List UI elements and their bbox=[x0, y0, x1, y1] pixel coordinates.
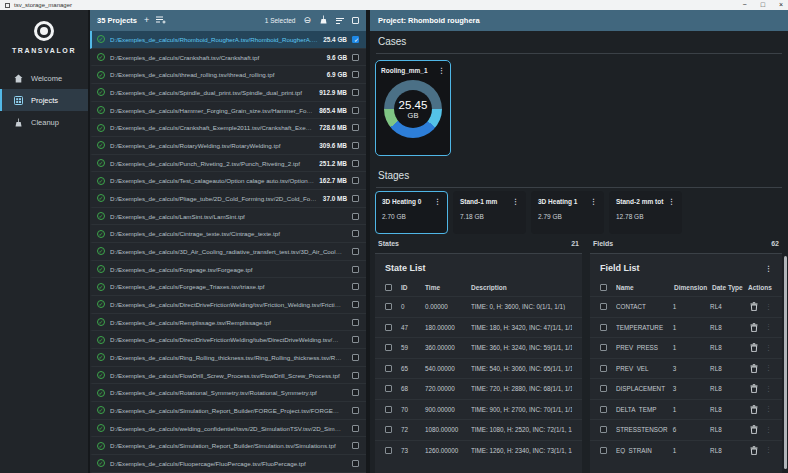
field-row[interactable]: EQ_STRAIN 1 RL8 ⋮ bbox=[590, 440, 782, 461]
project-row[interactable]: ✓ D:/Exemples_de_calculs/thread_rolling.… bbox=[90, 66, 366, 84]
project-row[interactable]: ✓ D:/Exemples_de_calculs/DirectDriveFric… bbox=[90, 296, 366, 314]
field-select-all-checkbox[interactable] bbox=[600, 284, 607, 291]
row-kebab-icon[interactable]: ⋮ bbox=[765, 426, 772, 434]
project-checkbox[interactable] bbox=[352, 177, 359, 184]
project-row[interactable]: ✓ D:/Exemples_de_calculs/Test_calageauto… bbox=[90, 172, 366, 190]
sort-icon[interactable] bbox=[336, 18, 344, 24]
project-row[interactable]: ✓ D:/Exemples_de_calculs/RotaryWelding.t… bbox=[90, 137, 366, 155]
project-row[interactable]: ✓ D:/Exemples_de_calculs/Crankshaft_Exem… bbox=[90, 119, 366, 137]
field-checkbox[interactable] bbox=[600, 406, 607, 413]
project-row[interactable]: ✓ D:/Exemples_de_calculs/FlowDrill_Screw… bbox=[90, 367, 366, 385]
state-checkbox[interactable] bbox=[385, 344, 392, 351]
project-checkbox[interactable] bbox=[352, 372, 359, 379]
project-row[interactable]: ✓ D:/Exemples_de_calculs/Pliage_tube/2D_… bbox=[90, 190, 366, 208]
project-checkbox[interactable] bbox=[352, 195, 359, 202]
playlist-add-icon[interactable] bbox=[156, 16, 166, 26]
close-button[interactable]: × bbox=[779, 0, 783, 10]
field-checkbox[interactable] bbox=[600, 426, 607, 433]
sidebar-item-welcome[interactable]: Welcome bbox=[0, 67, 88, 89]
state-checkbox[interactable] bbox=[385, 447, 392, 454]
kebab-menu-icon[interactable]: ⋮ bbox=[668, 198, 675, 205]
project-checkbox[interactable] bbox=[352, 107, 359, 114]
cleanup-broom-icon[interactable] bbox=[319, 15, 328, 26]
field-row[interactable]: CONTACT 1 RL4 ⋮ bbox=[590, 296, 782, 317]
project-checkbox[interactable] bbox=[352, 442, 359, 449]
state-checkbox[interactable] bbox=[385, 324, 392, 331]
project-checkbox[interactable] bbox=[352, 230, 359, 237]
project-checkbox[interactable] bbox=[352, 389, 359, 396]
state-select-all-checkbox[interactable] bbox=[385, 284, 392, 291]
project-row[interactable]: ✓ D:/Exemples_de_calculs/Fluopercage/Flu… bbox=[90, 455, 366, 473]
add-project-button[interactable]: + bbox=[144, 16, 149, 25]
field-row[interactable]: STRESSTENSOR 6 RL8 ⋮ bbox=[590, 419, 782, 440]
kebab-menu-icon[interactable]: ⋮ bbox=[512, 198, 519, 205]
sidebar-item-cleanup[interactable]: Cleanup bbox=[0, 111, 88, 133]
project-checkbox[interactable] bbox=[352, 266, 359, 273]
field-row[interactable]: DISPLACEMENT 3 RL8 ⋮ bbox=[590, 378, 782, 399]
project-row[interactable]: ✓ D:/Exemples_de_calculs/Cintrage_texte.… bbox=[90, 225, 366, 243]
delete-field-button[interactable] bbox=[745, 425, 763, 434]
state-checkbox[interactable] bbox=[385, 406, 392, 413]
row-kebab-icon[interactable]: ⋮ bbox=[765, 323, 772, 331]
project-row[interactable]: ✓ D:/Exemples_de_calculs/Remplissage.tsv… bbox=[90, 314, 366, 332]
project-row[interactable]: ✓ D:/Exemples_de_calculs/Crankshaft.tsv/… bbox=[90, 49, 366, 67]
field-row[interactable]: PREV_PRESS 1 RL8 ⋮ bbox=[590, 337, 782, 358]
delete-field-button[interactable] bbox=[745, 364, 763, 373]
kebab-menu-icon[interactable]: ⋮ bbox=[438, 67, 445, 74]
row-kebab-icon[interactable]: ⋮ bbox=[765, 385, 772, 393]
field-row[interactable]: DELTA_TEMP 1 RL8 ⋮ bbox=[590, 399, 782, 420]
field-checkbox[interactable] bbox=[600, 447, 607, 454]
project-row[interactable]: ✓ D:/Exemples_de_calculs/3D_Air_Cooling_… bbox=[90, 243, 366, 261]
state-checkbox[interactable] bbox=[385, 426, 392, 433]
state-row[interactable]: 47 180.00000 TIME: 180, H: 3420, INC: 47… bbox=[375, 317, 582, 338]
project-row[interactable]: ✓ D:/Exemples_de_calculs/LamSint.tsv/Lam… bbox=[90, 208, 366, 226]
stage-card[interactable]: Stand-1 mm ⋮ 7.18 GB bbox=[453, 191, 526, 234]
row-kebab-icon[interactable]: ⋮ bbox=[765, 303, 772, 311]
delete-field-button[interactable] bbox=[745, 302, 763, 311]
field-row[interactable]: TEMPERATURE 1 RL8 ⋮ bbox=[590, 317, 782, 338]
project-row[interactable]: ✓ D:/Exemples_de_calculs/Forgeage.tsv/Fo… bbox=[90, 261, 366, 279]
project-checkbox[interactable] bbox=[352, 460, 359, 467]
project-checkbox[interactable] bbox=[352, 213, 359, 220]
state-row[interactable]: 0 0.00000 TIME: 0, H: 3600, INC: 0(1/1, … bbox=[375, 296, 582, 317]
project-row[interactable]: ✓ D:/Exemples_de_calculs/Punch_Riveting_… bbox=[90, 155, 366, 173]
stage-card[interactable]: 3D Heating 1 ⋮ 2.79 GB bbox=[531, 191, 604, 234]
deselect-icon[interactable]: ⊖ bbox=[303, 16, 311, 25]
project-row[interactable]: ✓ D:/Exemples_de_calculs/Spindle_dual_pr… bbox=[90, 84, 366, 102]
field-checkbox[interactable] bbox=[600, 385, 607, 392]
minimize-button[interactable]: − bbox=[743, 0, 747, 10]
project-checkbox[interactable] bbox=[352, 71, 359, 78]
project-checkbox[interactable] bbox=[352, 319, 359, 326]
project-checkbox[interactable] bbox=[352, 124, 359, 131]
delete-field-button[interactable] bbox=[745, 405, 763, 414]
project-checkbox[interactable] bbox=[352, 160, 359, 167]
project-checkbox[interactable] bbox=[352, 407, 359, 414]
project-checkbox[interactable] bbox=[352, 142, 359, 149]
project-checkbox[interactable] bbox=[352, 283, 359, 290]
sidebar-item-projects[interactable]: Projects bbox=[0, 89, 88, 111]
state-checkbox[interactable] bbox=[385, 303, 392, 310]
row-kebab-icon[interactable]: ⋮ bbox=[765, 364, 772, 372]
case-card[interactable]: Rooling_mm_1 ⋮ 25.45 GB bbox=[375, 60, 451, 156]
project-row[interactable]: ✓ D:/Exemples_de_calculs/Ring_Rolling_th… bbox=[90, 349, 366, 367]
state-checkbox[interactable] bbox=[385, 385, 392, 392]
field-checkbox[interactable] bbox=[600, 344, 607, 351]
project-checkbox[interactable] bbox=[352, 301, 359, 308]
project-row[interactable]: ✓ D:/Exemples_de_calculs/welding_confide… bbox=[90, 420, 366, 438]
row-kebab-icon[interactable]: ⋮ bbox=[765, 405, 772, 413]
project-row[interactable]: ✓ D:/Exemples_de_calculs/DirectDriveFric… bbox=[90, 331, 366, 349]
project-checkbox[interactable] bbox=[352, 36, 359, 43]
stage-card[interactable]: Stand-2 mm tot ⋮ 12.78 GB bbox=[609, 191, 682, 234]
field-checkbox[interactable] bbox=[600, 365, 607, 372]
delete-field-button[interactable] bbox=[745, 384, 763, 393]
stage-card[interactable]: 3D Heating 0 ⋮ 2.70 GB bbox=[375, 191, 448, 234]
delete-field-button[interactable] bbox=[745, 343, 763, 352]
project-checkbox[interactable] bbox=[352, 336, 359, 343]
state-checkbox[interactable] bbox=[385, 365, 392, 372]
field-checkbox[interactable] bbox=[600, 303, 607, 310]
field-checkbox[interactable] bbox=[600, 324, 607, 331]
field-row[interactable]: PREV_VEL 3 RL8 ⋮ bbox=[590, 358, 782, 379]
project-checkbox[interactable] bbox=[352, 248, 359, 255]
select-all-checkbox[interactable] bbox=[352, 17, 359, 24]
state-row[interactable]: 73 1260.00000 TIME: 1260, H: 2340, INC: … bbox=[375, 440, 582, 461]
